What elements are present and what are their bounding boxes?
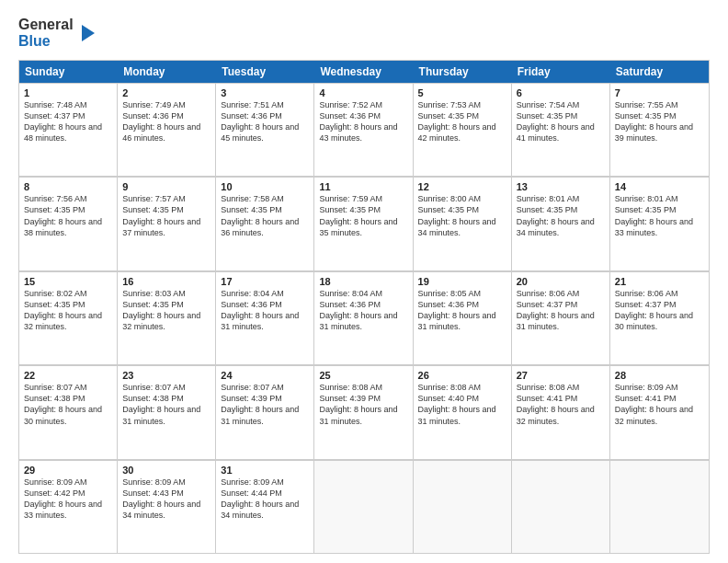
day-cell-9: 9 Sunrise: 7:57 AM Sunset: 4:35 PM Dayli… — [118, 178, 216, 270]
day-cell-2: 2 Sunrise: 7:49 AM Sunset: 4:36 PM Dayli… — [118, 84, 216, 176]
sunset-label: Sunset: 4:36 PM — [122, 111, 184, 121]
week-row-1: 1 Sunrise: 7:48 AM Sunset: 4:37 PM Dayli… — [19, 83, 709, 177]
day-number: 11 — [319, 181, 407, 192]
calendar-body: 1 Sunrise: 7:48 AM Sunset: 4:37 PM Dayli… — [18, 83, 710, 554]
day-cell-31: 31 Sunrise: 8:09 AM Sunset: 4:44 PM Dayl… — [216, 461, 314, 553]
day-number: 13 — [517, 181, 605, 192]
daylight-label: Daylight: 8 hours and 31 minutes. — [221, 311, 299, 331]
sunset-label: Sunset: 4:36 PM — [418, 300, 480, 309]
day-number: 17 — [221, 276, 309, 287]
header-sunday: Sunday — [19, 61, 118, 83]
day-number: 18 — [319, 276, 407, 287]
calendar-header: SundayMondayTuesdayWednesdayThursdayFrid… — [18, 60, 710, 83]
daylight-label: Daylight: 8 hours and 32 minutes. — [615, 405, 693, 425]
cell-info: Sunrise: 7:58 AM Sunset: 4:35 PM Dayligh… — [221, 193, 309, 238]
daylight-label: Daylight: 8 hours and 30 minutes. — [615, 311, 693, 331]
daylight-label: Daylight: 8 hours and 32 minutes. — [517, 405, 595, 425]
cell-info: Sunrise: 8:07 AM Sunset: 4:38 PM Dayligh… — [122, 382, 210, 427]
sunset-label: Sunset: 4:39 PM — [221, 394, 282, 403]
daylight-label: Daylight: 8 hours and 34 minutes. — [221, 500, 299, 520]
day-cell-3: 3 Sunrise: 7:51 AM Sunset: 4:36 PM Dayli… — [216, 84, 314, 176]
sunrise-label: Sunrise: 8:09 AM — [221, 477, 284, 487]
week-row-4: 22 Sunrise: 8:07 AM Sunset: 4:38 PM Dayl… — [19, 365, 709, 459]
sunrise-label: Sunrise: 8:08 AM — [517, 383, 580, 392]
header-monday: Monday — [118, 61, 216, 83]
day-cell-5: 5 Sunrise: 7:53 AM Sunset: 4:35 PM Dayli… — [414, 84, 512, 176]
day-cell-17: 17 Sunrise: 8:04 AM Sunset: 4:36 PM Dayl… — [216, 272, 314, 364]
header-thursday: Thursday — [414, 61, 512, 83]
day-cell-4: 4 Sunrise: 7:52 AM Sunset: 4:36 PM Dayli… — [314, 84, 413, 176]
daylight-label: Daylight: 8 hours and 48 minutes. — [24, 122, 102, 143]
cell-info: Sunrise: 8:01 AM Sunset: 4:35 PM Dayligh… — [517, 193, 605, 238]
day-number: 1 — [24, 87, 112, 98]
logo-triangle-icon — [76, 23, 97, 43]
sunrise-label: Sunrise: 8:08 AM — [319, 383, 382, 392]
daylight-label: Daylight: 8 hours and 39 minutes. — [615, 122, 693, 143]
week-row-3: 15 Sunrise: 8:02 AM Sunset: 4:35 PM Dayl… — [19, 271, 709, 365]
cell-info: Sunrise: 8:05 AM Sunset: 4:36 PM Dayligh… — [418, 288, 506, 333]
cell-info: Sunrise: 7:56 AM Sunset: 4:35 PM Dayligh… — [24, 193, 112, 238]
day-cell-27: 27 Sunrise: 8:08 AM Sunset: 4:41 PM Dayl… — [512, 366, 610, 458]
day-number: 3 — [221, 87, 309, 98]
day-number: 21 — [615, 276, 704, 287]
sunset-label: Sunset: 4:44 PM — [221, 488, 282, 498]
day-number: 22 — [24, 370, 112, 381]
page: General Blue SundayMondayTuesdayWednesda… — [0, 0, 728, 563]
day-cell-15: 15 Sunrise: 8:02 AM Sunset: 4:35 PM Dayl… — [19, 272, 118, 364]
daylight-label: Daylight: 8 hours and 34 minutes. — [122, 500, 200, 520]
logo-general: General — [18, 17, 74, 33]
daylight-label: Daylight: 8 hours and 45 minutes. — [221, 122, 299, 143]
sunrise-label: Sunrise: 8:06 AM — [615, 289, 678, 298]
sunrise-label: Sunrise: 8:09 AM — [24, 477, 87, 487]
cell-info: Sunrise: 7:49 AM Sunset: 4:36 PM Dayligh… — [122, 99, 210, 144]
day-cell-21: 21 Sunrise: 8:06 AM Sunset: 4:37 PM Dayl… — [610, 272, 709, 364]
sunset-label: Sunset: 4:40 PM — [418, 394, 480, 403]
daylight-label: Daylight: 8 hours and 31 minutes. — [418, 405, 496, 425]
sunset-label: Sunset: 4:35 PM — [517, 205, 578, 214]
day-number: 16 — [122, 276, 210, 287]
day-cell-12: 12 Sunrise: 8:00 AM Sunset: 4:35 PM Dayl… — [414, 178, 512, 270]
daylight-label: Daylight: 8 hours and 31 minutes. — [319, 311, 397, 331]
header-saturday: Saturday — [610, 61, 709, 83]
sunset-label: Sunset: 4:35 PM — [517, 111, 578, 121]
day-cell-22: 22 Sunrise: 8:07 AM Sunset: 4:38 PM Dayl… — [19, 366, 118, 458]
day-cell-20: 20 Sunrise: 8:06 AM Sunset: 4:37 PM Dayl… — [512, 272, 610, 364]
cell-info: Sunrise: 8:07 AM Sunset: 4:39 PM Dayligh… — [221, 382, 309, 427]
cell-info: Sunrise: 8:09 AM Sunset: 4:42 PM Dayligh… — [24, 477, 112, 522]
day-cell-29: 29 Sunrise: 8:09 AM Sunset: 4:42 PM Dayl… — [19, 461, 118, 553]
cell-info: Sunrise: 8:08 AM Sunset: 4:39 PM Dayligh… — [319, 382, 407, 427]
daylight-label: Daylight: 8 hours and 31 minutes. — [418, 311, 496, 331]
day-number: 23 — [122, 370, 210, 381]
cell-info: Sunrise: 8:09 AM Sunset: 4:44 PM Dayligh… — [221, 477, 309, 522]
day-cell-11: 11 Sunrise: 7:59 AM Sunset: 4:35 PM Dayl… — [314, 178, 413, 270]
day-cell-24: 24 Sunrise: 8:07 AM Sunset: 4:39 PM Dayl… — [216, 366, 314, 458]
daylight-label: Daylight: 8 hours and 32 minutes. — [24, 311, 102, 331]
sunrise-label: Sunrise: 8:06 AM — [517, 289, 580, 298]
sunrise-label: Sunrise: 7:54 AM — [517, 100, 580, 109]
day-cell-13: 13 Sunrise: 8:01 AM Sunset: 4:35 PM Dayl… — [512, 178, 610, 270]
day-number: 9 — [122, 181, 210, 192]
sunrise-label: Sunrise: 8:02 AM — [24, 289, 87, 298]
day-number: 20 — [517, 276, 605, 287]
day-number: 2 — [122, 87, 210, 98]
sunset-label: Sunset: 4:35 PM — [122, 300, 184, 309]
day-cell-26: 26 Sunrise: 8:08 AM Sunset: 4:40 PM Dayl… — [414, 366, 512, 458]
sunset-label: Sunset: 4:43 PM — [122, 488, 184, 498]
sunset-label: Sunset: 4:37 PM — [24, 111, 85, 121]
day-number: 30 — [122, 465, 210, 476]
day-number: 8 — [24, 181, 112, 192]
day-number: 12 — [418, 181, 506, 192]
sunrise-label: Sunrise: 8:08 AM — [418, 383, 482, 392]
sunset-label: Sunset: 4:35 PM — [24, 205, 85, 214]
sunrise-label: Sunrise: 7:59 AM — [319, 194, 382, 203]
daylight-label: Daylight: 8 hours and 35 minutes. — [319, 217, 397, 237]
daylight-label: Daylight: 8 hours and 31 minutes. — [319, 405, 397, 425]
sunrise-label: Sunrise: 7:49 AM — [122, 100, 186, 109]
day-number: 7 — [615, 87, 704, 98]
header-friday: Friday — [512, 61, 610, 83]
cell-info: Sunrise: 8:01 AM Sunset: 4:35 PM Dayligh… — [615, 193, 704, 238]
sunrise-label: Sunrise: 7:56 AM — [24, 194, 87, 203]
sunset-label: Sunset: 4:38 PM — [122, 394, 184, 403]
sunrise-label: Sunrise: 8:07 AM — [221, 383, 284, 392]
sunset-label: Sunset: 4:41 PM — [517, 394, 578, 403]
